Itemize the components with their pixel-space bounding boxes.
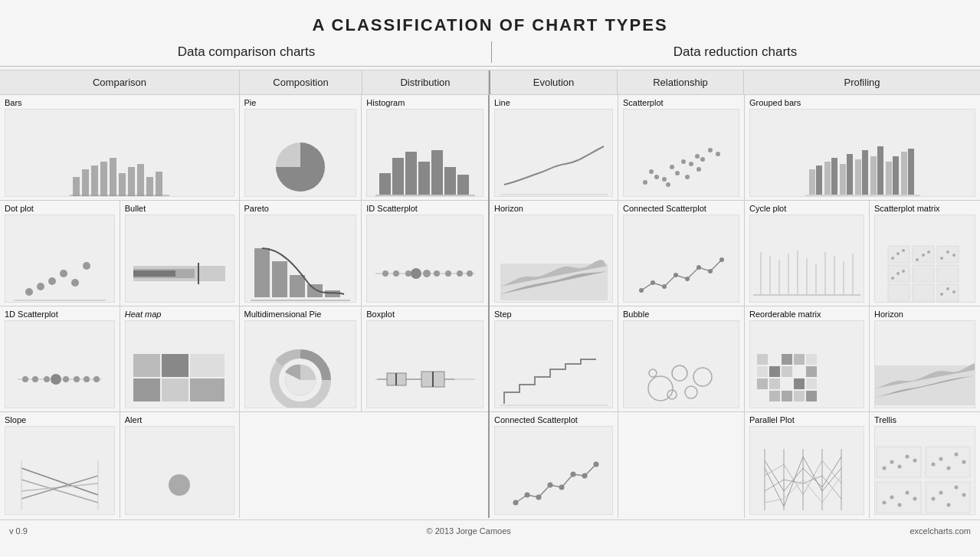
svg-point-83 — [649, 169, 654, 174]
left-section: Bars — [0, 95, 490, 518]
svg-rect-14 — [405, 152, 417, 195]
svg-rect-134 — [937, 246, 959, 263]
svg-point-52 — [63, 376, 69, 382]
svg-point-92 — [716, 152, 720, 156]
svg-point-117 — [696, 265, 701, 270]
grouped-bars-label: Grouped bars — [749, 98, 975, 107]
svg-point-142 — [896, 252, 900, 255]
svg-point-206 — [932, 463, 936, 467]
row3: 1D Scatterplot — [0, 306, 488, 412]
svg-rect-61 — [190, 378, 225, 401]
svg-rect-9 — [156, 172, 162, 196]
svg-point-141 — [891, 257, 894, 260]
grouped-bars-cell: Grouped bars — [745, 95, 980, 200]
conn-scatter2-label: Connected Scatterplot — [494, 415, 613, 424]
svg-point-215 — [913, 497, 917, 501]
svg-point-79 — [169, 474, 190, 496]
svg-rect-99 — [831, 158, 837, 195]
svg-rect-58 — [190, 354, 225, 377]
conn-scatter-cell: Connected Scatterplot — [618, 201, 745, 306]
svg-point-190 — [582, 473, 587, 479]
step-thumb — [494, 320, 613, 408]
svg-point-149 — [952, 254, 955, 257]
pie-cell: Pie — [240, 95, 362, 200]
boxplot-label: Boxplot — [366, 310, 483, 319]
heatmap-cell: Heat map — [120, 306, 240, 411]
svg-point-202 — [890, 460, 894, 464]
reorder-matrix-cell: Reorderable matrix — [745, 306, 870, 411]
svg-rect-167 — [806, 354, 817, 365]
footer: v 0.9 © 2013 Jorge Camoes excelcharts.co… — [0, 519, 980, 540]
boxplot-cell: Boxplot — [362, 306, 488, 411]
svg-rect-172 — [806, 366, 817, 377]
svg-rect-177 — [806, 378, 817, 389]
version: v 0.9 — [9, 526, 28, 536]
conn-scatter2-cell: Connected Scatterplot — [490, 412, 618, 518]
bullet-cell: Bullet — [120, 201, 240, 306]
svg-rect-1 — [82, 169, 89, 196]
svg-point-208 — [947, 467, 951, 470]
1dscatter2-cell: 1D Scatterplot — [0, 306, 120, 411]
scatter-matrix-cell: Scatterplot matrix — [870, 201, 980, 306]
svg-rect-136 — [913, 265, 934, 282]
svg-point-118 — [708, 269, 713, 274]
pie-thumb — [244, 109, 357, 197]
svg-point-207 — [939, 457, 943, 461]
parallel-cell: Parallel Plot — [745, 412, 870, 518]
svg-point-210 — [962, 460, 966, 464]
scatter-matrix-label: Scatterplot matrix — [874, 204, 975, 213]
histogram-label: Histogram — [366, 98, 483, 107]
svg-rect-18 — [457, 175, 469, 195]
svg-rect-168 — [757, 366, 768, 377]
svg-rect-171 — [794, 366, 805, 377]
svg-point-213 — [898, 503, 902, 507]
svg-rect-101 — [847, 154, 853, 195]
dotplot-label: Dot plot — [5, 204, 115, 213]
svg-rect-104 — [870, 156, 877, 195]
svg-rect-3 — [100, 162, 107, 196]
row2: Dot plot B — [0, 201, 488, 306]
cat-profiling: Profiling — [744, 70, 980, 94]
reorder-matrix-thumb — [749, 320, 864, 408]
svg-point-113 — [651, 280, 655, 285]
svg-rect-107 — [893, 156, 899, 195]
scatter-matrix-thumb — [874, 215, 975, 303]
bubble-label: Bubble — [623, 310, 739, 319]
1dscatter-label: ID Scatterplot — [366, 204, 483, 213]
svg-point-188 — [559, 485, 564, 490]
svg-point-40 — [405, 270, 411, 277]
multipie-cell: Multidimensional Pie — [240, 306, 362, 411]
trellis-thumb — [874, 426, 975, 515]
svg-point-51 — [51, 374, 61, 385]
svg-rect-173 — [757, 378, 768, 389]
section-headers: Data comparison charts Data reduction ch… — [0, 41, 980, 63]
svg-point-158 — [672, 365, 687, 381]
svg-point-214 — [906, 491, 910, 495]
right-row3: Step Bubble — [490, 306, 980, 412]
svg-point-94 — [666, 182, 670, 187]
svg-point-151 — [896, 272, 900, 275]
svg-rect-163 — [757, 354, 768, 365]
histogram-cell: Histogram — [362, 95, 488, 200]
svg-point-95 — [696, 167, 701, 172]
svg-rect-164 — [769, 354, 780, 365]
svg-rect-140 — [937, 284, 959, 301]
svg-rect-15 — [418, 162, 430, 195]
svg-point-150 — [891, 277, 894, 280]
svg-point-115 — [674, 273, 678, 277]
bullet-thumb — [125, 215, 234, 303]
svg-point-159 — [685, 386, 697, 398]
line-label: Line — [494, 98, 613, 107]
svg-point-219 — [955, 486, 959, 490]
bars-thumb — [5, 109, 234, 197]
svg-point-85 — [670, 165, 674, 169]
svg-point-216 — [932, 497, 936, 501]
svg-rect-59 — [133, 378, 160, 401]
alert-thumb — [125, 426, 234, 515]
svg-point-119 — [719, 257, 724, 262]
svg-point-44 — [445, 270, 451, 277]
svg-point-86 — [675, 171, 680, 175]
page-title: A CLASSIFICATION OF CHART TYPES — [0, 8, 980, 41]
svg-point-204 — [906, 455, 910, 459]
right-row4: Connected Scatterplot — [490, 412, 980, 518]
